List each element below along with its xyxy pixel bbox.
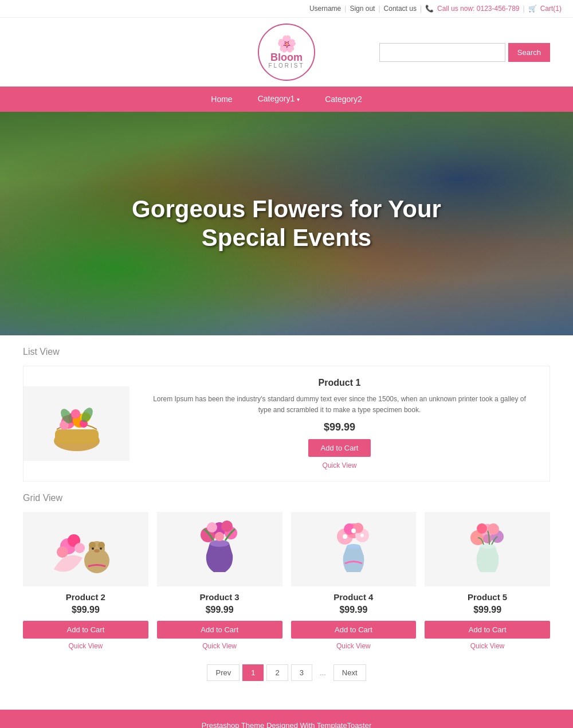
svg-point-28 (215, 532, 224, 541)
product1-name: Product 1 (147, 378, 532, 388)
list-view-item: Product 1 Lorem Ipsum has been the indus… (23, 366, 550, 482)
product4-quick-view-link[interactable]: Quick View (291, 642, 417, 650)
footer-text: Prestashop Theme Designed With TemplateT… (202, 721, 372, 728)
svg-point-17 (94, 549, 100, 553)
product3-price: $99.99 (157, 605, 282, 615)
svg-point-14 (98, 542, 105, 549)
contact-link[interactable]: Contact us (384, 5, 417, 13)
product3-quick-view-link[interactable]: Quick View (157, 642, 282, 650)
product4-name: Product 4 (291, 592, 417, 602)
dropdown-arrow-icon: ▾ (297, 96, 300, 103)
svg-rect-1 (55, 429, 99, 444)
grid-item-product5: Product 5 $99.99 Add to Cart Quick View (425, 512, 550, 650)
product1-image (23, 386, 129, 461)
svg-point-16 (100, 547, 102, 550)
svg-point-27 (221, 520, 233, 532)
nav-cat2[interactable]: Category2 (312, 87, 375, 112)
pagination: Prev 1 2 3 ... Next (23, 664, 550, 681)
top-bar: Username | Sign out | Contact us | 📞 Cal… (0, 0, 573, 18)
svg-point-37 (360, 534, 364, 537)
grid-view: Product 2 $99.99 Add to Cart Quick View (23, 512, 550, 650)
hero-line1: Gorgeous Flowers for Your (132, 195, 441, 222)
product1-price: $99.99 (147, 421, 532, 433)
svg-point-44 (483, 534, 492, 543)
svg-point-29 (347, 544, 360, 549)
username-link[interactable]: Username (309, 5, 341, 13)
footer: Prestashop Theme Designed With TemplateT… (0, 710, 573, 728)
logo-name: Bloom (270, 52, 303, 62)
svg-point-13 (89, 542, 96, 549)
signout-link[interactable]: Sign out (350, 5, 375, 13)
svg-point-15 (92, 547, 94, 550)
products-section: List View Product 1 (0, 335, 573, 710)
svg-point-26 (207, 522, 217, 533)
product5-image (425, 512, 550, 586)
grid-item-product2: Product 2 $99.99 Add to Cart Quick View (23, 512, 148, 650)
svg-point-38 (480, 544, 495, 549)
product2-image (23, 512, 148, 586)
product2-price: $99.99 (23, 605, 148, 615)
phone-text: Call us now: 0123-456-789 (437, 5, 519, 13)
nav-home[interactable]: Home (198, 87, 245, 112)
nav-cat1-label: Category1 (258, 94, 295, 103)
product4-price: $99.99 (291, 605, 417, 615)
svg-point-35 (343, 534, 347, 539)
product2-quick-view-link[interactable]: Quick View (23, 642, 148, 650)
product5-price: $99.99 (425, 605, 550, 615)
nav-cat1[interactable]: Category1 ▾ (245, 86, 312, 112)
next-button[interactable]: Next (333, 664, 366, 681)
search-area: Search (374, 43, 550, 62)
phone-icon: 📞 (425, 5, 434, 13)
svg-point-7 (71, 409, 80, 418)
product2-name: Product 2 (23, 592, 148, 602)
product2-add-cart-button[interactable]: Add to Cart (23, 621, 148, 639)
nav-bar: Home Category1 ▾ Category2 (0, 87, 573, 112)
prev-button[interactable]: Prev (207, 664, 240, 681)
logo[interactable]: 🌸 Bloom FLORIST (258, 24, 315, 81)
hero-line2: Special Events (202, 224, 371, 251)
page-3-button[interactable]: 3 (291, 664, 312, 681)
sep4: | (523, 5, 525, 13)
product3-name: Product 3 (157, 592, 282, 602)
svg-point-19 (57, 546, 68, 558)
logo-area: 🌸 Bloom FLORIST (199, 24, 375, 81)
product1-desc: Lorem Ipsum has been the industry's stan… (147, 394, 532, 416)
sep1: | (344, 5, 346, 13)
product4-image (291, 512, 417, 586)
product5-add-cart-button[interactable]: Add to Cart (425, 621, 550, 639)
logo-sub: FLORIST (268, 62, 304, 69)
search-input[interactable] (379, 43, 505, 62)
svg-point-36 (351, 529, 356, 533)
product5-quick-view-link[interactable]: Quick View (425, 642, 550, 650)
hero-text: Gorgeous Flowers for Your Special Events (120, 183, 453, 264)
search-button[interactable]: Search (508, 43, 550, 62)
product3-image (157, 512, 282, 586)
svg-point-42 (477, 523, 487, 534)
product5-name: Product 5 (425, 592, 550, 602)
product1-quick-view-link[interactable]: Quick View (147, 461, 532, 469)
sep3: | (420, 5, 422, 13)
cart-link[interactable]: Cart(1) (540, 5, 562, 13)
svg-point-43 (488, 523, 499, 535)
cart-icon: 🛒 (528, 5, 537, 13)
svg-point-21 (74, 543, 85, 553)
grid-view-label: Grid View (23, 493, 550, 503)
logo-flowers-icon: 🌸 (277, 36, 297, 52)
product4-add-cart-button[interactable]: Add to Cart (291, 621, 417, 639)
grid-item-product4: Product 4 $99.99 Add to Cart Quick View (291, 512, 417, 650)
pagination-dots: ... (315, 665, 331, 680)
hero-banner: Gorgeous Flowers for Your Special Events (0, 112, 573, 335)
page-1-button[interactable]: 1 (242, 664, 264, 681)
list-view-label: List View (23, 347, 550, 357)
header: 🌸 Bloom FLORIST Search (0, 18, 573, 87)
page-2-button[interactable]: 2 (266, 664, 288, 681)
sep2: | (378, 5, 380, 13)
grid-item-product3: Product 3 $99.99 Add to Cart Quick View (157, 512, 282, 650)
product1-info: Product 1 Lorem Ipsum has been the indus… (129, 366, 550, 481)
product3-add-cart-button[interactable]: Add to Cart (157, 621, 282, 639)
product1-add-cart-button[interactable]: Add to Cart (308, 439, 371, 457)
